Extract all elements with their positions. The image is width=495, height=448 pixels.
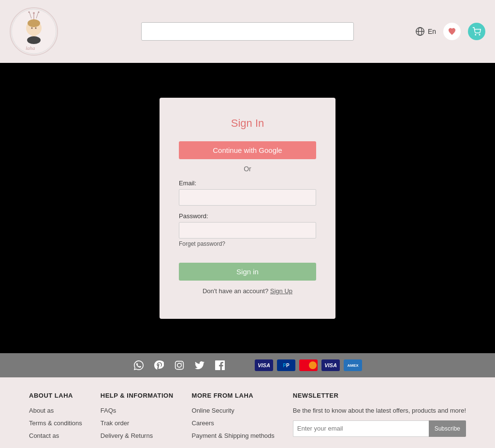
signup-link[interactable]: Sign Up (270, 287, 292, 295)
signup-text: Don't have an account? Sign Up (179, 287, 316, 295)
list-item: About as (29, 406, 82, 415)
amex-icon: AMEX (344, 359, 362, 371)
footer-newsletter-col: NEWSLETTER Be the first to know about th… (293, 392, 466, 444)
signin-button[interactable]: Sign in (179, 263, 316, 281)
subscribe-button[interactable]: Subscribe (429, 420, 466, 437)
svg-point-4 (28, 11, 29, 13)
paypal-icon: PP (277, 359, 295, 371)
language-selector[interactable]: En (415, 26, 436, 37)
footer-more-col: MORE FROM LAHA Online Security Careers P… (192, 392, 275, 444)
footer-columns: ABOUT LAHA About as Terms & conditions C… (29, 392, 466, 444)
wishlist-button[interactable] (443, 23, 461, 40)
faqs-link[interactable]: FAQs (101, 407, 116, 414)
password-label: Password: (179, 212, 316, 220)
facebook-icon[interactable] (214, 359, 226, 371)
cart-icon (472, 27, 481, 36)
globe-icon (415, 26, 425, 37)
visa2-icon: VISA (321, 359, 340, 371)
list-item: Careers (192, 418, 275, 427)
lang-label: En (428, 28, 436, 35)
svg-point-8 (28, 19, 40, 27)
contact-link[interactable]: Contact as (29, 432, 59, 439)
careers-link[interactable]: Careers (192, 419, 214, 427)
mastercard-icon (299, 359, 318, 371)
svg-text:laha: laha (26, 45, 35, 51)
logo: laha (10, 7, 58, 56)
header-right: En (415, 23, 485, 40)
visa-icon: VISA (255, 359, 273, 371)
payment-icons: VISA PP VISA AMEX (255, 359, 362, 371)
footer-about-col: ABOUT LAHA About as Terms & conditions C… (29, 392, 82, 444)
main-content: Sign In Continue with Google Or Email: P… (0, 63, 495, 353)
footer-about-heading: ABOUT LAHA (29, 392, 82, 399)
email-group: Email: (179, 179, 316, 206)
list-item: FAQs (101, 406, 174, 415)
svg-point-9 (31, 27, 32, 29)
email-input[interactable] (179, 189, 316, 206)
signin-card: Sign In Continue with Google Or Email: P… (160, 98, 335, 319)
forgot-password-link[interactable]: Forget password? (179, 240, 316, 247)
logo-svg: laha (11, 9, 57, 55)
instagram-icon[interactable] (174, 359, 185, 371)
svg-point-18 (479, 34, 480, 35)
no-account-text: Don't have an account? (203, 287, 268, 295)
svg-point-12 (27, 36, 41, 44)
about-us-link[interactable]: About as (29, 407, 54, 414)
footer-help-list: FAQs Trak order Delivery & Returns (101, 406, 174, 440)
list-item: Delivery & Returns (101, 431, 174, 440)
header: laha En (0, 0, 495, 63)
cart-button[interactable] (468, 23, 485, 40)
signin-title: Sign In (179, 117, 316, 130)
svg-point-20 (177, 363, 181, 367)
footer-help-col: HELP & INFORMATION FAQs Trak order Deliv… (101, 392, 174, 444)
list-item: Payment & Shipping methods (192, 431, 275, 440)
online-security-link[interactable]: Online Security (192, 407, 234, 414)
payment-strip-inner: VISA PP VISA AMEX (133, 359, 362, 371)
footer-more-list: Online Security Careers Payment & Shippi… (192, 406, 275, 440)
list-item: Terms & conditions (29, 418, 82, 427)
payment-shipping-link[interactable]: Payment & Shipping methods (192, 432, 275, 439)
svg-rect-19 (175, 361, 184, 370)
password-group: Password: Forget password? (179, 212, 316, 247)
search-input[interactable] (141, 22, 354, 41)
footer-help-heading: HELP & INFORMATION (101, 392, 174, 399)
twitter-icon[interactable] (194, 359, 205, 371)
newsletter-form: Subscribe (293, 420, 466, 437)
trak-order-link[interactable]: Trak order (101, 419, 129, 427)
heart-icon (448, 27, 456, 36)
svg-point-10 (35, 27, 36, 29)
terms-link[interactable]: Terms & conditions (29, 419, 82, 427)
list-item: Online Security (192, 406, 275, 415)
email-label: Email: (179, 179, 316, 187)
search-bar-area (141, 22, 354, 41)
password-input[interactable] (179, 222, 316, 239)
footer-more-heading: MORE FROM LAHA (192, 392, 275, 399)
pinterest-icon[interactable] (153, 359, 165, 371)
newsletter-email-input[interactable] (293, 420, 429, 437)
social-icons (133, 359, 226, 371)
newsletter-description: Be the first to know about the latest of… (293, 406, 466, 416)
svg-point-17 (475, 34, 476, 35)
footer-about-list: About as Terms & conditions Contact as (29, 406, 82, 440)
svg-point-2 (33, 12, 35, 14)
whatsapp-icon[interactable] (133, 359, 145, 371)
list-item: Trak order (101, 418, 174, 427)
google-signin-button[interactable]: Continue with Google (179, 141, 316, 159)
logo-area: laha (10, 7, 58, 56)
svg-point-21 (181, 363, 182, 364)
payment-strip: VISA PP VISA AMEX (0, 353, 495, 377)
svg-point-6 (38, 11, 39, 13)
list-item: Contact as (29, 431, 82, 440)
footer: ABOUT LAHA About as Terms & conditions C… (0, 377, 495, 448)
footer-newsletter-heading: NEWSLETTER (293, 392, 466, 399)
or-divider: Or (179, 165, 316, 173)
delivery-returns-link[interactable]: Delivery & Returns (101, 432, 153, 439)
